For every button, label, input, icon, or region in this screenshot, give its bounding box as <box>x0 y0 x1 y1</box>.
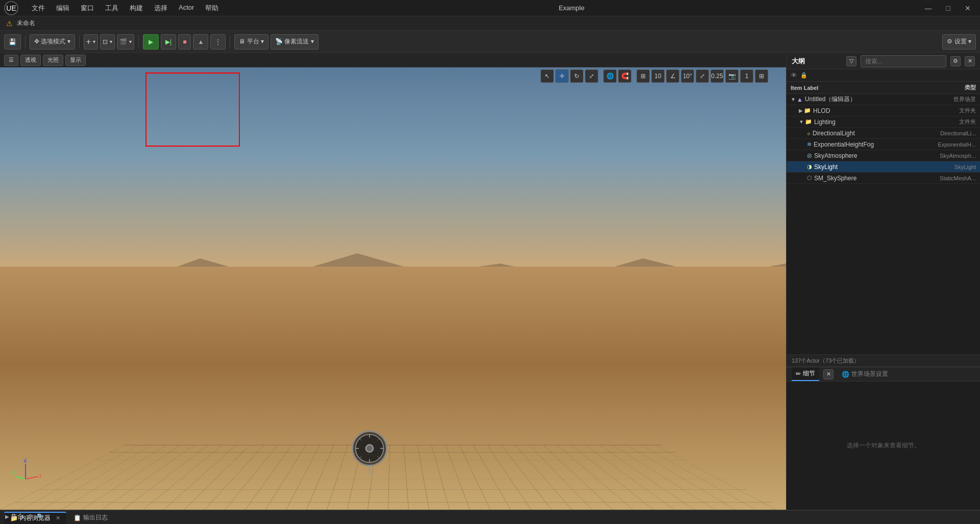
viewport-toolbar: ☰ 透视 光照 显示 <box>0 53 786 67</box>
item-icon-1: 📁 <box>804 107 811 114</box>
outliner-row-0[interactable]: ▼ ▲ Untitled（编辑器） 世界场景 <box>787 94 980 105</box>
main-layout: ☰ 透视 光照 显示 <box>0 53 980 510</box>
desert-grid <box>0 445 786 510</box>
close-button[interactable]: ✕ <box>960 3 976 13</box>
world-settings-icon: 🌐 <box>842 371 849 378</box>
outliner-row-1[interactable]: ▶ 📁 HLOD 文件夹 <box>787 105 980 116</box>
viewport-lit-button[interactable]: 光照 <box>43 55 63 66</box>
move-tool-button[interactable]: ✛ <box>555 69 569 83</box>
menu-select[interactable]: 选择 <box>149 2 173 15</box>
cb-add-collection[interactable]: ⊕ <box>28 512 34 520</box>
item-type-1: 文件夹 <box>959 107 976 114</box>
details-close-button[interactable]: ✕ <box>823 369 834 379</box>
outliner-filter-button[interactable]: ▽ <box>846 56 856 66</box>
outliner-row-4[interactable]: ≋ ExponentialHeightFog ExponentialH... <box>787 139 980 150</box>
menu-edit[interactable]: 编辑 <box>51 2 75 15</box>
item-type-0: 世界场景 <box>953 96 976 103</box>
viewport-background <box>0 67 786 510</box>
scale-tool-button[interactable]: ⤢ <box>585 69 598 83</box>
svg-line-12 <box>26 477 38 479</box>
viewport-canvas[interactable]: ↖ ✛ ↻ ⤢ 🌐 🧲 ⊞ 10 ∠ 10° ⤢ 0.25 📷 1 ⊞ <box>0 67 786 510</box>
stream-button[interactable]: 📡 像素流送 ▾ <box>271 34 318 50</box>
item-name-3: DirectionalLight <box>813 130 940 137</box>
details-header: ✏ 细节 ✕ 🌐 世界场景设置 <box>787 367 980 382</box>
output-log-label: 输出日志 <box>83 513 108 522</box>
item-type-3: DirectionalLi... <box>940 130 976 136</box>
play-button[interactable]: ▶ <box>143 34 159 50</box>
world-settings-tab[interactable]: 🌐 世界场景设置 <box>838 368 892 380</box>
menu-actor[interactable]: Actor <box>174 2 199 15</box>
outliner-list: ▼ ▲ Untitled（编辑器） 世界场景 ▶ 📁 HLOD 文件夹 ▼ 📁 … <box>787 94 980 354</box>
viewport-show-button[interactable]: 显示 <box>65 55 86 66</box>
menu-help[interactable]: 帮助 <box>200 2 224 15</box>
menu-build[interactable]: 构建 <box>125 2 148 15</box>
outliner-row-5[interactable]: ◎ SkyAtmosphere SkyAtmosph... <box>787 150 980 161</box>
transform-widget[interactable] <box>349 428 390 469</box>
add-chevron: ▾ <box>93 39 95 44</box>
menu-window[interactable]: 窗口 <box>76 2 99 15</box>
select-tool-button[interactable]: ↖ <box>541 69 554 83</box>
warning-text: 未命名 <box>17 19 35 28</box>
save-button[interactable]: 💾 <box>4 34 21 50</box>
ue-logo: UE <box>4 1 18 15</box>
details-empty-text: 选择一个对象来查看细节。 <box>847 441 920 450</box>
step-button[interactable]: ▶| <box>161 34 176 50</box>
outliner-row-2[interactable]: ▼ 📁 Lighting 文件夹 <box>787 116 980 128</box>
add-button[interactable]: + ▾ <box>84 34 98 50</box>
content-browser-close[interactable]: ✕ <box>56 515 60 521</box>
details-tab-label: 细节 <box>803 369 815 378</box>
item-icon-7: ⬡ <box>807 175 812 181</box>
outliner-row-6[interactable]: ◑ SkyLight SkyLight <box>787 161 980 173</box>
snap-button[interactable]: ⊡ ▾ <box>100 34 115 50</box>
warning-icon: ⚠ <box>6 19 13 28</box>
window-title: Example <box>559 4 585 12</box>
item-type-6: SkyLight <box>954 164 976 170</box>
rotate-tool-button[interactable]: ↻ <box>570 69 583 83</box>
item-type-2: 文件夹 <box>959 118 976 126</box>
item-type-4: ExponentialH... <box>938 141 976 148</box>
settings-button[interactable]: ⚙ 设置 ▾ <box>942 34 976 50</box>
viewport-menu-button[interactable]: ☰ <box>4 55 18 66</box>
item-type-5: SkyAtmosph... <box>940 153 976 159</box>
tab-output-log[interactable]: 📋 输出日志 <box>67 512 114 524</box>
tools-spacer-2 <box>633 69 635 83</box>
mode-select-button[interactable]: ✥ 选项模式 ▾ <box>30 34 75 50</box>
platform-button[interactable]: 🖥 平台 ▾ <box>234 34 268 50</box>
outliner-row-7[interactable]: ⬡ SM_SkySphere StaticMeshA... <box>787 173 980 184</box>
cb-collections-item[interactable]: ▶ 集合 ⊕ 🔍 <box>2 511 47 522</box>
item-icon-2: 📁 <box>805 118 812 125</box>
grid-value[interactable]: 10 <box>651 69 665 83</box>
outliner-close-button[interactable]: ✕ <box>965 56 975 66</box>
outliner-settings-button[interactable]: ⚙ <box>950 56 961 66</box>
layout-button[interactable]: ⊞ <box>755 69 768 83</box>
sequence-button[interactable]: 🎬 ▾ <box>117 34 134 50</box>
minimize-button[interactable]: — <box>920 3 937 13</box>
item-icon-4: ≋ <box>807 141 812 148</box>
item-name-0: Untitled（编辑器） <box>805 95 953 104</box>
maximize-button[interactable]: □ <box>941 3 955 13</box>
eye-icon: 👁 <box>791 72 797 79</box>
more-options-button[interactable]: ⋮ <box>210 34 226 50</box>
grid-toggle[interactable]: ⊞ <box>636 69 650 83</box>
outliner-search-input[interactable] <box>861 55 946 67</box>
menu-file[interactable]: 文件 <box>27 2 50 15</box>
warning-bar: ⚠ 未命名 <box>0 16 980 31</box>
svg-point-3 <box>365 445 373 452</box>
angle-icon: ∠ <box>666 69 679 83</box>
snap-button[interactable]: 🧲 <box>618 69 631 83</box>
right-panel: 大纲 ▽ ⚙ ✕ 👁 🔒 Item Label 类型 ▼ ▲ <box>786 53 980 510</box>
world-space-button[interactable]: 🌐 <box>603 69 617 83</box>
col-type-header: 类型 <box>930 84 976 91</box>
angle-value[interactable]: 10° <box>681 69 694 83</box>
camera-value[interactable]: 1 <box>740 69 753 83</box>
camera-icon: 📷 <box>725 69 739 83</box>
outliner-row-3[interactable]: ⟐ DirectionalLight DirectionalLi... <box>787 128 980 139</box>
stop-button[interactable]: ■ <box>178 34 191 50</box>
menu-tools[interactable]: 工具 <box>100 2 124 15</box>
eject-button[interactable]: ▲ <box>193 34 208 50</box>
item-type-7: StaticMeshA... <box>940 175 976 181</box>
scale-value[interactable]: 0.25 <box>710 69 724 83</box>
cb-collections-search[interactable]: 🔍 <box>37 513 44 520</box>
details-tab[interactable]: ✏ 细节 <box>792 367 819 381</box>
viewport-perspective-button[interactable]: 透视 <box>20 55 41 66</box>
